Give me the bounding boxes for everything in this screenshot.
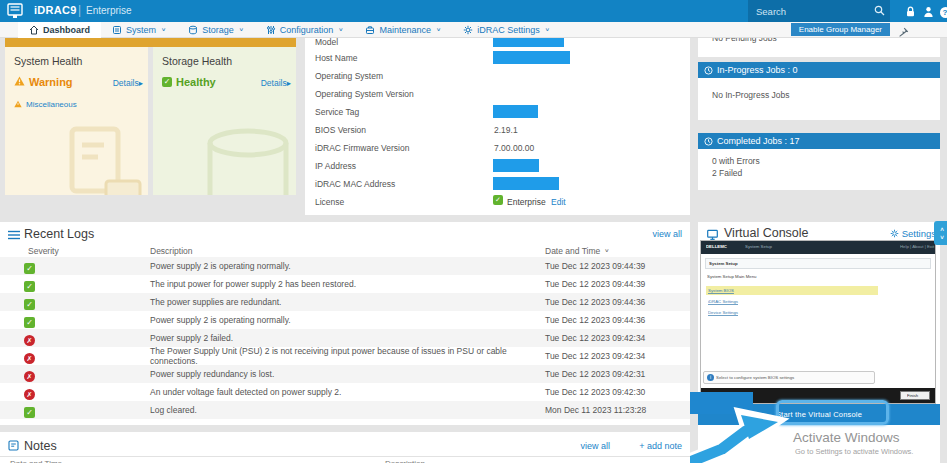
brand-name: iDRAC9 bbox=[34, 4, 77, 16]
log-row[interactable]: ✓ The power supplies are redundant. Tue … bbox=[0, 293, 690, 311]
tab-label: Configuration bbox=[280, 25, 334, 35]
details-label: Details bbox=[113, 78, 139, 88]
chevron-down-icon: ∨ bbox=[161, 27, 166, 33]
details-arrow-icon: ▸ bbox=[139, 78, 143, 88]
column-severity[interactable]: Severity bbox=[0, 246, 150, 256]
completed-jobs-header[interactable]: Completed Jobs : 17 bbox=[698, 133, 940, 149]
completed-jobs-card: Completed Jobs : 17 0 with Errors 2 Fail… bbox=[698, 133, 940, 190]
search-input[interactable] bbox=[756, 3, 866, 19]
preview-link-system-bios[interactable]: System BIOS bbox=[706, 286, 878, 295]
system-health-title: System Health bbox=[14, 55, 82, 67]
list-icon bbox=[8, 230, 20, 240]
chevron-up-icon: ∧ bbox=[934, 226, 947, 232]
storage-disk-icon bbox=[188, 25, 198, 35]
user-icon[interactable] bbox=[921, 5, 935, 19]
search-icon[interactable] bbox=[874, 5, 885, 16]
enable-group-manager-button[interactable]: Enable Group Manager bbox=[791, 23, 890, 36]
log-datetime: Tue Dec 12 2023 09:44:36 bbox=[545, 297, 645, 307]
recent-logs-column-header: Severity Description Date and Time ∨ bbox=[0, 244, 690, 258]
virtual-console-settings-link[interactable]: Settings bbox=[890, 228, 936, 239]
pending-jobs-note: No Pending Jobs bbox=[712, 38, 777, 43]
notes-column-description: Description bbox=[385, 459, 425, 463]
in-progress-jobs-header[interactable]: In-Progress Jobs : 0 bbox=[698, 62, 940, 78]
storage-health-title: Storage Health bbox=[162, 55, 232, 67]
tab-label: Dashboard bbox=[43, 25, 90, 35]
storage-health-details-link[interactable]: Details▸ bbox=[261, 78, 291, 88]
system-health-miscellaneous-link[interactable]: Miscellaneous bbox=[26, 100, 77, 109]
sort-chevron-icon[interactable]: ∨ bbox=[604, 248, 609, 254]
scroll-to-top-widget[interactable]: ∧ ∨ bbox=[934, 221, 947, 245]
warning-triangle-icon bbox=[14, 76, 25, 86]
tab-label: System bbox=[126, 25, 156, 35]
preview-info-note: Select to configure system BIOS settings bbox=[716, 375, 794, 379]
health-warning-top-bar bbox=[5, 38, 296, 47]
log-datetime: Tue Dec 12 2023 09:44:39 bbox=[545, 279, 645, 289]
completed-jobs-failed: 2 Failed bbox=[712, 167, 760, 179]
activate-windows-subtext: Go to Settings to activate Windows. bbox=[795, 447, 913, 456]
info-icon: i bbox=[707, 374, 714, 381]
column-description[interactable]: Description bbox=[150, 246, 545, 256]
info-label-idrac-mac: iDRAC MAC Address bbox=[315, 179, 395, 189]
log-datetime: Tue Dec 12 2023 09:42:34 bbox=[545, 351, 645, 361]
top-header-bar: iDRAC9 | Enterprise ? bbox=[0, 0, 947, 22]
log-description: Power supply 2 failed. bbox=[150, 333, 545, 343]
license-check-icon: ✓ bbox=[493, 195, 503, 205]
lock-icon[interactable] bbox=[903, 5, 917, 19]
ok-status-icon: ✓ bbox=[24, 299, 35, 310]
system-health-details-link[interactable]: Details▸ bbox=[113, 78, 143, 88]
system-information-card: Model Host Name Operating System Operati… bbox=[305, 38, 690, 215]
preview-section-header: System Setup bbox=[705, 258, 931, 269]
error-status-icon: ✗ bbox=[24, 353, 35, 364]
info-label-os-version: Operating System Version bbox=[315, 89, 414, 99]
tab-storage[interactable]: Storage ∨ bbox=[177, 22, 255, 38]
details-label: Details bbox=[261, 78, 287, 88]
note-icon bbox=[8, 440, 19, 451]
tab-configuration[interactable]: Configuration ∨ bbox=[255, 22, 355, 38]
redacted-value bbox=[493, 38, 564, 47]
preview-title-bar: DELLEMC System Setup Help | About | Exit bbox=[701, 241, 935, 254]
add-note-link[interactable]: + add note bbox=[639, 441, 682, 451]
ok-status-icon: ✓ bbox=[24, 281, 35, 292]
warning-triangle-icon bbox=[14, 100, 22, 108]
tab-dashboard[interactable]: Dashboard bbox=[18, 22, 101, 38]
finish-label: Finish bbox=[907, 393, 918, 397]
tab-system[interactable]: System ∨ bbox=[101, 22, 177, 38]
log-row[interactable]: ✓ The input power for power supply 2 has… bbox=[0, 275, 690, 293]
tab-maintenance[interactable]: Maintenance ∨ bbox=[354, 22, 452, 38]
log-row[interactable]: ✓ Power supply 2 is operating normally. … bbox=[0, 257, 690, 275]
tab-idrac-settings[interactable]: iDRAC Settings ∨ bbox=[452, 22, 561, 38]
divider bbox=[0, 456, 690, 457]
log-row[interactable]: ✓ Log cleared. Mon Dec 11 2023 11:23:28 bbox=[0, 401, 690, 419]
log-description: An under voltage fault detected on power… bbox=[150, 387, 545, 397]
column-datetime[interactable]: Date and Time bbox=[545, 246, 600, 256]
notes-title: Notes bbox=[24, 439, 57, 453]
clock-icon bbox=[704, 66, 713, 75]
log-row[interactable]: ✗ Power supply redundancy is lost. Tue D… bbox=[0, 365, 690, 383]
log-row[interactable]: ✗ Power supply 2 failed. Tue Dec 12 2023… bbox=[0, 329, 690, 347]
recent-logs-view-all-link[interactable]: view all bbox=[652, 229, 682, 239]
notes-card: Notes view all + add note Date and Time … bbox=[0, 432, 690, 463]
main-nav-bar: Dashboard System ∨ Storage ∨ bbox=[0, 22, 947, 38]
license-edit-link[interactable]: Edit bbox=[551, 197, 566, 207]
notes-view-all-link[interactable]: view all bbox=[580, 441, 610, 451]
log-description: Log cleared. bbox=[150, 405, 545, 415]
virtual-console-preview[interactable]: DELLEMC System Setup Help | About | Exit… bbox=[700, 240, 936, 404]
log-datetime: Tue Dec 12 2023 09:42:31 bbox=[545, 369, 645, 379]
preview-link-device-settings[interactable]: Device Settings bbox=[706, 308, 750, 317]
log-row[interactable]: ✗ An under voltage fault detected on pow… bbox=[0, 383, 690, 401]
redacted-value bbox=[493, 159, 539, 172]
preview-section-title: System Setup bbox=[709, 261, 738, 265]
log-row[interactable]: ✓ Power supply 2 is operating normally. … bbox=[0, 311, 690, 329]
preview-finish-button[interactable]: Finish bbox=[900, 391, 930, 400]
preview-link-idrac-settings[interactable]: iDRAC Settings bbox=[706, 297, 750, 306]
clock-icon bbox=[704, 137, 713, 146]
chevron-down-icon: ∨ bbox=[545, 27, 550, 33]
pin-icon[interactable] bbox=[898, 24, 909, 42]
gear-icon bbox=[890, 229, 899, 238]
info-label-idrac-firmware: iDRAC Firmware Version bbox=[315, 143, 409, 153]
log-row[interactable]: ✗ The Power Supply Unit (PSU) 2 is not r… bbox=[0, 347, 690, 365]
info-label-host-name: Host Name bbox=[315, 53, 358, 63]
help-icon[interactable]: ? bbox=[938, 5, 947, 19]
storage-health-card: Storage Health ✓ Healthy Details▸ bbox=[153, 47, 296, 195]
redacted-value bbox=[493, 51, 570, 64]
